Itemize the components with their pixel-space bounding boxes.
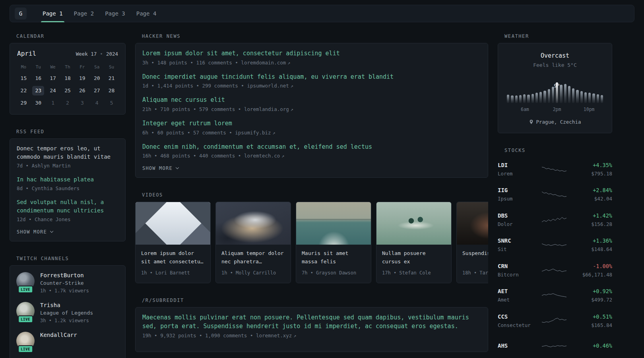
video-card[interactable]: Aliquam tempor dolor nec pharetra… 1h • … — [215, 202, 291, 283]
live-badge: LIVE — [18, 345, 33, 353]
stock-row[interactable]: CRN Bitcorn -1.00% $66,171.48 — [498, 258, 612, 284]
video-meta: 18h • Tara — [462, 269, 488, 277]
channel-game: Counter-Strike — [40, 280, 89, 286]
app-logo[interactable]: G — [15, 8, 27, 19]
rss-item-meta: 7d • Ashlyn Martin — [17, 162, 118, 170]
rss-item-link[interactable]: Sed volutpat nulla nisl, a condimentum n… — [17, 198, 118, 215]
avatar[interactable]: LIVE — [16, 272, 35, 290]
page-tab[interactable]: Page 4 — [131, 5, 162, 22]
hackernews-item-link[interactable]: Aliquam nec cursus elit — [142, 95, 481, 105]
video-title[interactable]: Lorem ipsum dolor sit amet consectetu… — [141, 249, 205, 265]
show-more-button[interactable]: SHOW MORE — [142, 165, 178, 171]
hackernews-item-domain-link[interactable]: ipsumworld.net↗ — [247, 83, 293, 89]
live-badge: LIVE — [18, 315, 33, 323]
stock-name: Ipsum — [498, 195, 536, 203]
rss-item-link[interactable]: Donec tempor eros leo, ut commodo mauris… — [17, 144, 118, 161]
video-title[interactable]: Suspendisse diam — [462, 249, 488, 265]
weather-bar — [523, 94, 526, 103]
video-list: Lorem ipsum dolor sit amet consectetu… 1… — [135, 202, 488, 283]
weather-bar — [507, 95, 509, 103]
stock-id: CCS Consectetur — [498, 313, 536, 329]
stock-price: $156.28 — [572, 220, 612, 228]
calendar-weekday: Th — [62, 64, 74, 70]
page-tab[interactable]: Page 3 — [99, 5, 131, 22]
calendar-day: 15 — [17, 74, 29, 83]
weather-bar — [601, 95, 603, 103]
video-card[interactable]: Mauris sit amet massa felis 7h • Grayson… — [296, 202, 371, 283]
hackernews-item-domain-link[interactable]: loremlandia.org↗ — [244, 106, 293, 112]
weather-widget-title: WEATHER — [498, 33, 612, 39]
video-title[interactable]: Mauris sit amet massa felis — [302, 249, 365, 265]
channel-meta: 1h • 1.7k viewers — [40, 287, 89, 295]
videos-widget-title: VIDEOS — [135, 192, 488, 198]
stock-name: Lorem — [498, 170, 536, 178]
page-tab[interactable]: Page 1 — [37, 5, 68, 22]
channel-name[interactable]: KendallCarr — [40, 332, 77, 338]
live-badge: LIVE — [18, 286, 33, 293]
avatar[interactable]: LIVE — [16, 332, 35, 350]
rss-item: Sed volutpat nulla nisl, a condimentum n… — [17, 198, 118, 224]
stock-row[interactable]: CCS Consectetur +0.51% $165.84 — [498, 309, 612, 334]
weather-location-row: Prague, Czechia — [506, 119, 604, 125]
stock-row[interactable]: AET Amet +0.92% $499.72 — [498, 284, 612, 309]
twitch-channel[interactable]: LIVE KendallCarr — [16, 332, 119, 350]
rss-item-link[interactable]: In hac habitasse platea — [17, 175, 118, 184]
stock-row[interactable]: IIG Ipsum +2.84% $42.04 — [498, 183, 612, 208]
stock-values: +0.46% — [572, 342, 612, 350]
video-thumbnail[interactable] — [457, 202, 488, 245]
video-thumbnail[interactable] — [376, 202, 452, 245]
hackernews-item-link[interactable]: Donec enim nibh, condimentum et accumsan… — [142, 142, 481, 152]
stock-price: $66,171.48 — [572, 271, 612, 279]
hackernews-item-domain: loremlandia.org — [244, 106, 289, 112]
calendar-day-grid: 1516171819202122232425262728293012345 — [16, 74, 119, 108]
left-column: CALENDAR April Week 17 • 2024 MoTuWeThFr… — [10, 33, 126, 358]
video-card[interactable]: Lorem ipsum dolor sit amet consectetu… 1… — [135, 202, 211, 283]
video-thumbnail[interactable] — [136, 202, 211, 245]
stock-row[interactable]: LDI Lorem +4.35% $795.18 — [498, 157, 612, 183]
avatar[interactable]: LIVE — [16, 302, 35, 320]
hackernews-item-link[interactable]: Integer eget rutrum lorem — [142, 119, 481, 128]
main-grid: CALENDAR April Week 17 • 2024 MoTuWeThFr… — [0, 22, 644, 358]
page-tab[interactable]: Page 2 — [68, 5, 100, 22]
twitch-channel[interactable]: LIVE ForrestBurton Counter-Strike 1h • 1… — [16, 272, 119, 295]
stock-price: $795.18 — [572, 170, 612, 178]
hackernews-item-domain-link[interactable]: ipsumify.biz↗ — [235, 130, 275, 136]
calendar-day: 1 — [47, 98, 59, 108]
stock-id: AHS — [498, 342, 536, 350]
video-thumbnail[interactable] — [296, 202, 371, 245]
rss-widget: RSS FEED Donec tempor eros leo, ut commo… — [10, 129, 126, 241]
subreddit-post-domain-link[interactable]: loremnet.xyz↗ — [256, 333, 297, 339]
video-thumbnail[interactable] — [216, 202, 291, 245]
stock-values: +0.92% $499.72 — [572, 288, 612, 304]
rss-item-meta: 12d • Chance Jones — [17, 216, 118, 224]
hackernews-widget-title: HACKER NEWS — [135, 33, 488, 39]
stock-row[interactable]: DBS Dolor +1.42% $156.28 — [498, 208, 612, 233]
stock-sparkline — [541, 215, 567, 226]
video-body: Suspendisse diam 18h • Tara — [457, 245, 488, 282]
channel-name[interactable]: ForrestBurton — [40, 272, 89, 278]
separator-dot: • — [100, 51, 103, 57]
stock-symbol: AHS — [498, 342, 536, 349]
stock-row[interactable]: SNRC Sit +1.36% $148.64 — [498, 233, 612, 259]
channel-info: Trisha League of Legends 3h • 1.2k viewe… — [40, 302, 93, 325]
hackernews-item-link[interactable]: Lorem ipsum dolor sit amet, consectetur … — [142, 49, 481, 58]
weather-bar — [552, 87, 554, 103]
video-title[interactable]: Nullam posuere cursus ex — [382, 249, 446, 265]
calendar-day: 23 — [32, 86, 44, 95]
channel-name[interactable]: Trisha — [40, 302, 93, 308]
show-more-button[interactable]: SHOW MORE — [17, 229, 53, 235]
stock-price: $42.04 — [572, 195, 612, 203]
subreddit-post-domain: loremnet.xyz — [256, 333, 292, 339]
channel-info: ForrestBurton Counter-Strike 1h • 1.7k v… — [40, 272, 89, 295]
weather-feels-like: Feels like 5°C — [506, 62, 604, 68]
hackernews-item-domain-link[interactable]: loremtech.co↗ — [244, 153, 285, 159]
video-card[interactable]: Nullam posuere cursus ex 17h • Stefan Co… — [376, 202, 452, 283]
subreddit-post-link[interactable]: Maecenas mollis pulvinar erat non posuer… — [142, 313, 481, 331]
weather-bar — [568, 86, 570, 103]
video-card[interactable]: Suspendisse diam 18h • Tara — [456, 202, 488, 283]
stock-row[interactable]: AHS +0.46% — [498, 334, 612, 358]
hackernews-item-link[interactable]: Donec imperdiet augue tincidunt felis al… — [142, 72, 481, 82]
video-title[interactable]: Aliquam tempor dolor nec pharetra… — [221, 249, 285, 265]
hackernews-item-domain-link[interactable]: loremdomain.com↗ — [241, 60, 290, 66]
twitch-channel[interactable]: LIVE Trisha League of Legends 3h • 1.2k … — [16, 302, 119, 325]
